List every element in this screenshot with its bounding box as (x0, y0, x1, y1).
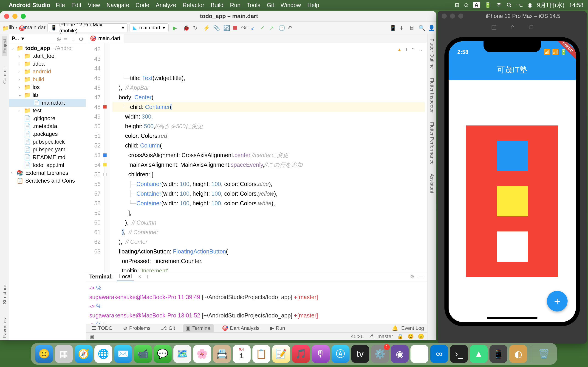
caret-right-icon[interactable]: › (18, 69, 22, 74)
hot-reload-button[interactable]: ⚡ (203, 25, 209, 31)
tree-item[interactable]: 📄main.dart (9, 99, 86, 107)
menubar-app-name[interactable]: Android Studio (9, 2, 50, 8)
tree-root[interactable]: ⌄ 📁 todo_app ~/Androi (9, 44, 86, 52)
sim-close-button[interactable] (442, 14, 447, 19)
emoji-happy-icon[interactable]: 😊 (407, 334, 414, 340)
tree-item[interactable]: 📄todo_app.iml (9, 161, 86, 169)
dock-trash[interactable]: 🗑️ (535, 345, 553, 363)
hot-restart-button[interactable]: 🔄 (223, 25, 229, 31)
menu-help[interactable]: Help (307, 2, 319, 8)
dock-android-studio[interactable]: ▲ (470, 345, 488, 363)
git-push-button[interactable]: ↗ (269, 25, 275, 31)
menu-navigate[interactable]: Navigate (107, 2, 129, 8)
tree-item[interactable]: ›📁.idea (9, 60, 86, 68)
stop-button[interactable] (233, 26, 237, 30)
bt-run[interactable]: ▶Run (268, 324, 287, 332)
chevron-down-icon[interactable]: ⌄ (418, 45, 423, 55)
line-number-gutter[interactable]: 4243444546474849505152535455565758596061… (86, 43, 104, 272)
locate-icon[interactable]: ⊕ (57, 36, 61, 41)
sdk-manager-button[interactable]: ⬇ (399, 25, 405, 31)
tree-item[interactable]: ›📁build (9, 75, 86, 83)
device-manager-button[interactable]: 🖥 (409, 25, 415, 31)
dock-finder[interactable]: 🙂 (35, 345, 53, 363)
menu-view[interactable]: View (88, 2, 100, 8)
rail-project[interactable]: Project (2, 36, 7, 56)
dropbox-icon[interactable]: ⊞ (455, 2, 459, 8)
collapse-all-icon[interactable]: ≣ (71, 36, 76, 41)
home-icon[interactable]: ⌂ (510, 23, 515, 31)
tree-item[interactable]: ›📁ios (9, 83, 86, 91)
add-tab-button[interactable]: + (145, 273, 149, 281)
minimize-icon[interactable]: — (419, 274, 424, 280)
tree-item[interactable]: 📄.metadata (9, 122, 86, 130)
dock-simulator[interactable]: 📱 (489, 345, 507, 363)
git-pull-button[interactable]: ↙ (251, 25, 257, 31)
tree-external-libs[interactable]: › 📚 External Libraries (9, 169, 86, 177)
rail-flutter-inspector[interactable]: Flutter Inspector (429, 76, 435, 115)
caret-down-icon[interactable]: ⌄ (11, 46, 15, 51)
window-minimize-button[interactable] (12, 14, 17, 19)
menubar-time[interactable]: 14:58 (569, 2, 583, 8)
emoji-sad-icon[interactable]: 😞 (418, 334, 424, 340)
caret-down-icon[interactable]: ⌄ (18, 92, 22, 98)
inspection-summary[interactable]: ▲ 1 ⌃ ⌄ (397, 45, 423, 55)
rail-flutter-performance[interactable]: Flutter Performance (429, 120, 435, 167)
bt-dart-analysis[interactable]: 🎯Dart Analysis (220, 324, 262, 332)
project-tree[interactable]: ⌄ 📁 todo_app ~/Androi ›📁.dart_tool›📁.ide… (9, 43, 86, 340)
status-cursor-pos[interactable]: 45:26 (351, 334, 363, 340)
tree-scratches[interactable]: 📋 Scratches and Cons (9, 177, 86, 185)
tree-item[interactable]: ›📁android (9, 68, 86, 75)
bt-git[interactable]: ⎇Git (159, 324, 177, 332)
bt-problems[interactable]: ⊘Problems (121, 324, 153, 332)
menu-run[interactable]: Run (230, 2, 241, 8)
editor-tab-main[interactable]: 🎯 main.dart (86, 34, 124, 43)
screenshot-icon[interactable]: ⊡ (491, 23, 497, 31)
git-commit-button[interactable]: ✓ (260, 25, 266, 31)
caret-right-icon[interactable]: › (18, 85, 22, 90)
menu-git[interactable]: Git (267, 2, 274, 8)
expand-all-icon[interactable]: ≡ (64, 36, 69, 41)
bt-terminal[interactable]: ▣Terminal (183, 324, 214, 332)
editor-content[interactable]: 4243444546474849505152535455565758596061… (86, 43, 427, 272)
caret-right-icon[interactable]: › (18, 54, 22, 58)
dock-preferences[interactable]: ⚙️1 (371, 345, 389, 363)
gear-icon[interactable]: ⚙ (78, 36, 84, 41)
menu-window[interactable]: Window (280, 2, 301, 8)
dock-contacts[interactable]: 📇 (213, 345, 231, 363)
window-close-button[interactable] (4, 14, 9, 19)
attach-debugger-button[interactable]: 📎 (213, 25, 219, 31)
git-rollback-button[interactable]: ↶ (288, 25, 294, 31)
sim-maximize-button[interactable] (458, 14, 463, 19)
caret-right-icon[interactable]: › (11, 171, 15, 175)
tree-item[interactable]: ⌄📁lib (9, 91, 86, 99)
chevron-up-icon[interactable]: ⌃ (411, 45, 415, 55)
dock-maps[interactable]: 🗺️ (173, 345, 191, 363)
battery-icon[interactable]: 🔋 (484, 2, 491, 8)
multitask-icon[interactable]: ⧉ (528, 23, 533, 31)
tree-item[interactable]: 📄README.md (9, 153, 86, 161)
run-config-selector[interactable]: ◣ main.dart ▾ (130, 23, 169, 32)
project-view-selector[interactable]: P... (11, 35, 19, 42)
menu-build[interactable]: Build (211, 2, 224, 8)
chevron-down-icon[interactable]: ▾ (21, 35, 24, 42)
rail-favorites[interactable]: Favorites (2, 316, 7, 340)
dock-app2[interactable]: ◐ (509, 345, 527, 363)
account-icon[interactable]: 👤 (428, 25, 434, 31)
device-selector[interactable]: 📱 iPhone 12 Pro Max (mobile) ▾ (47, 23, 128, 32)
dock-mail[interactable]: ✉️ (114, 345, 132, 363)
run-button[interactable]: ▶ (173, 25, 179, 31)
menu-file[interactable]: File (56, 2, 65, 8)
avd-manager-button[interactable]: 📱 (389, 25, 396, 31)
caret-right-icon[interactable]: › (18, 77, 22, 82)
gear-icon[interactable]: ⚙ (410, 274, 415, 280)
search-icon[interactable] (506, 2, 512, 8)
tree-item[interactable]: ›📁.dart_tool (9, 52, 86, 60)
bt-todo[interactable]: ☰TODO (89, 324, 115, 332)
rail-commit[interactable]: Commit (2, 65, 7, 86)
tree-item[interactable]: 📄pubspec.lock (9, 138, 86, 146)
tree-item[interactable]: 📄.packages (9, 130, 86, 138)
dock-tv[interactable]: tv (351, 345, 369, 363)
coverage-button[interactable]: ↻ (193, 25, 199, 31)
rail-assistant[interactable]: Assistant (429, 171, 435, 195)
sim-minimize-button[interactable] (450, 14, 455, 19)
